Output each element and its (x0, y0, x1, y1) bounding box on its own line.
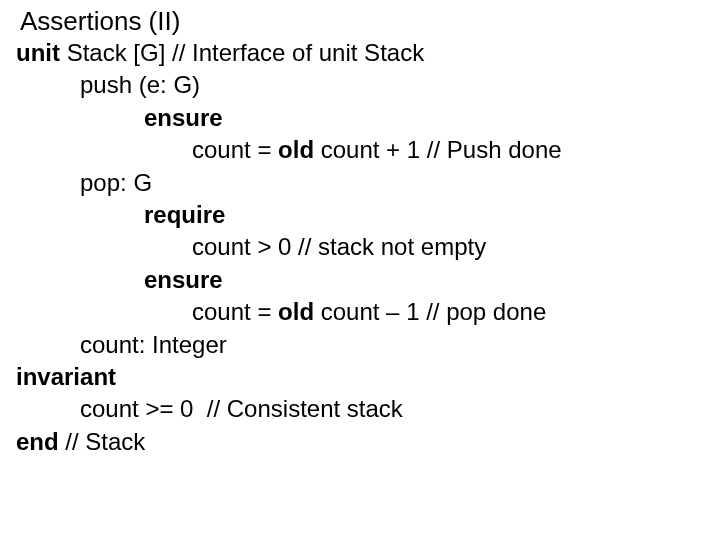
keyword-ensure: ensure (144, 104, 223, 131)
code-line-invariant: invariant (16, 361, 710, 393)
keyword-unit: unit (16, 39, 60, 66)
keyword-old-2: old (278, 298, 314, 325)
code-line-ensure-push: ensure (16, 102, 710, 134)
code-line-push: push (e: G) (16, 69, 710, 101)
text-unit-rest: Stack [G] // Interface of unit Stack (60, 39, 424, 66)
code-line-invariant-cond: count >= 0 // Consistent stack (16, 393, 710, 425)
text-end-rest: // Stack (59, 428, 146, 455)
code-line-pop-post: count = old count – 1 // pop done (16, 296, 710, 328)
slide-content: Assertions (II) unit Stack [G] // Interf… (0, 0, 720, 468)
code-line-pop-pre: count > 0 // stack not empty (16, 231, 710, 263)
text-push-post-b: count + 1 // Push done (314, 136, 562, 163)
code-line-end: end // Stack (16, 426, 710, 458)
code-line-push-post: count = old count + 1 // Push done (16, 134, 710, 166)
keyword-ensure-2: ensure (144, 266, 223, 293)
text-pop-post-b: count – 1 // pop done (314, 298, 546, 325)
text-push-post-a: count = (192, 136, 278, 163)
text-pop-post-a: count = (192, 298, 278, 325)
code-line-unit: unit Stack [G] // Interface of unit Stac… (16, 37, 710, 69)
code-line-count: count: Integer (16, 329, 710, 361)
keyword-invariant: invariant (16, 363, 116, 390)
keyword-end: end (16, 428, 59, 455)
keyword-old: old (278, 136, 314, 163)
code-line-require-pop: require (16, 199, 710, 231)
keyword-require: require (144, 201, 225, 228)
code-line-ensure-pop: ensure (16, 264, 710, 296)
slide-title: Assertions (II) (16, 4, 710, 39)
code-line-pop: pop: G (16, 167, 710, 199)
